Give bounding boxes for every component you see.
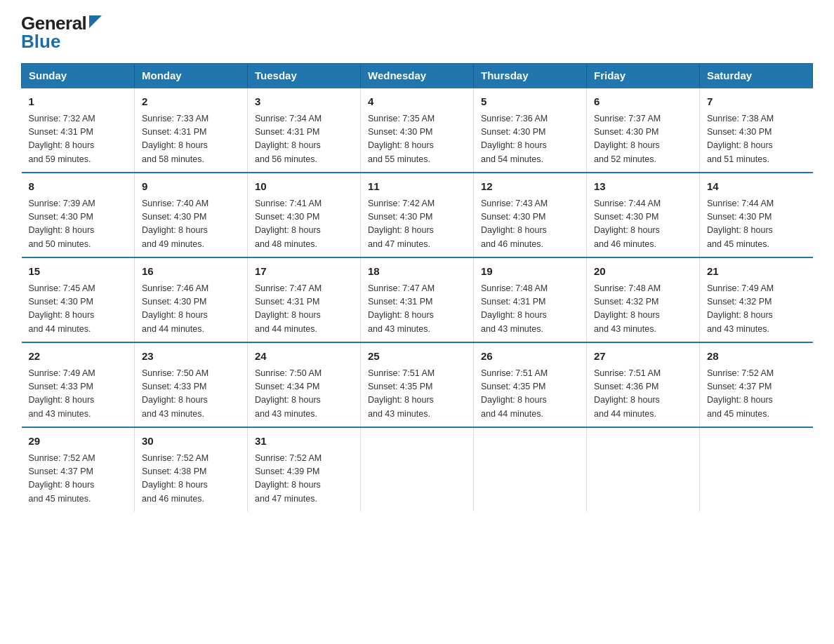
header-cell-saturday: Saturday: [700, 64, 813, 88]
logo-general-text: General: [21, 14, 86, 32]
day-number: 12: [481, 179, 579, 195]
day-number: 2: [142, 94, 240, 110]
day-info: Sunrise: 7:52 AMSunset: 4:37 PMDaylight:…: [29, 452, 128, 507]
svg-marker-0: [89, 15, 102, 28]
day-info: Sunrise: 7:51 AMSunset: 4:35 PMDaylight:…: [481, 367, 579, 422]
day-number: 26: [481, 349, 579, 365]
day-cell: 23Sunrise: 7:50 AMSunset: 4:33 PMDayligh…: [135, 342, 248, 427]
day-info: Sunrise: 7:48 AMSunset: 4:32 PMDaylight:…: [594, 282, 692, 337]
day-info: Sunrise: 7:41 AMSunset: 4:30 PMDaylight:…: [255, 197, 353, 252]
day-info: Sunrise: 7:49 AMSunset: 4:33 PMDaylight:…: [29, 367, 128, 422]
day-cell: 3Sunrise: 7:34 AMSunset: 4:31 PMDaylight…: [248, 88, 361, 173]
day-info: Sunrise: 7:38 AMSunset: 4:30 PMDaylight:…: [707, 112, 806, 167]
logo: General Blue: [21, 14, 103, 51]
week-row-3: 15Sunrise: 7:45 AMSunset: 4:30 PMDayligh…: [22, 257, 813, 342]
day-info: Sunrise: 7:44 AMSunset: 4:30 PMDaylight:…: [594, 197, 692, 252]
day-cell: [474, 427, 587, 511]
day-cell: 29Sunrise: 7:52 AMSunset: 4:37 PMDayligh…: [22, 427, 135, 511]
day-number: 5: [481, 94, 579, 110]
day-number: 15: [29, 264, 128, 280]
day-number: 8: [29, 179, 128, 195]
day-cell: 22Sunrise: 7:49 AMSunset: 4:33 PMDayligh…: [22, 342, 135, 427]
day-cell: 10Sunrise: 7:41 AMSunset: 4:30 PMDayligh…: [248, 173, 361, 257]
day-info: Sunrise: 7:52 AMSunset: 4:39 PMDaylight:…: [255, 452, 353, 507]
day-number: 28: [707, 349, 806, 365]
day-info: Sunrise: 7:45 AMSunset: 4:30 PMDaylight:…: [29, 282, 128, 337]
day-info: Sunrise: 7:46 AMSunset: 4:30 PMDaylight:…: [142, 282, 240, 337]
day-cell: 8Sunrise: 7:39 AMSunset: 4:30 PMDaylight…: [22, 173, 135, 257]
day-number: 14: [707, 179, 806, 195]
day-info: Sunrise: 7:37 AMSunset: 4:30 PMDaylight:…: [594, 112, 692, 167]
day-info: Sunrise: 7:52 AMSunset: 4:37 PMDaylight:…: [707, 367, 806, 422]
day-cell: 9Sunrise: 7:40 AMSunset: 4:30 PMDaylight…: [135, 173, 248, 257]
day-number: 24: [255, 349, 353, 365]
week-row-2: 8Sunrise: 7:39 AMSunset: 4:30 PMDaylight…: [22, 173, 813, 257]
day-cell: 30Sunrise: 7:52 AMSunset: 4:38 PMDayligh…: [135, 427, 248, 511]
day-cell: 24Sunrise: 7:50 AMSunset: 4:34 PMDayligh…: [248, 342, 361, 427]
day-info: Sunrise: 7:33 AMSunset: 4:31 PMDaylight:…: [142, 112, 240, 167]
day-cell: [700, 427, 813, 511]
day-info: Sunrise: 7:47 AMSunset: 4:31 PMDaylight:…: [255, 282, 353, 337]
day-info: Sunrise: 7:42 AMSunset: 4:30 PMDaylight:…: [368, 197, 466, 252]
day-cell: 31Sunrise: 7:52 AMSunset: 4:39 PMDayligh…: [248, 427, 361, 511]
day-number: 6: [594, 94, 692, 110]
day-cell: 19Sunrise: 7:48 AMSunset: 4:31 PMDayligh…: [474, 257, 587, 342]
page-header: General Blue: [21, 14, 813, 51]
day-cell: 7Sunrise: 7:38 AMSunset: 4:30 PMDaylight…: [700, 88, 813, 173]
day-number: 10: [255, 179, 353, 195]
day-number: 25: [368, 349, 466, 365]
day-cell: 1Sunrise: 7:32 AMSunset: 4:31 PMDaylight…: [22, 88, 135, 173]
day-cell: [587, 427, 700, 511]
day-info: Sunrise: 7:40 AMSunset: 4:30 PMDaylight:…: [142, 197, 240, 252]
day-number: 30: [142, 434, 240, 450]
day-number: 18: [368, 264, 466, 280]
week-row-4: 22Sunrise: 7:49 AMSunset: 4:33 PMDayligh…: [22, 342, 813, 427]
day-info: Sunrise: 7:51 AMSunset: 4:35 PMDaylight:…: [368, 367, 466, 422]
calendar-table: SundayMondayTuesdayWednesdayThursdayFrid…: [21, 63, 813, 511]
day-cell: 4Sunrise: 7:35 AMSunset: 4:30 PMDaylight…: [361, 88, 474, 173]
day-cell: 25Sunrise: 7:51 AMSunset: 4:35 PMDayligh…: [361, 342, 474, 427]
day-cell: 12Sunrise: 7:43 AMSunset: 4:30 PMDayligh…: [474, 173, 587, 257]
day-cell: [361, 427, 474, 511]
header-cell-sunday: Sunday: [22, 64, 135, 88]
day-cell: 28Sunrise: 7:52 AMSunset: 4:37 PMDayligh…: [700, 342, 813, 427]
logo-arrow-icon: [88, 14, 103, 29]
day-number: 31: [255, 434, 353, 450]
day-number: 3: [255, 94, 353, 110]
day-info: Sunrise: 7:50 AMSunset: 4:33 PMDaylight:…: [142, 367, 240, 422]
day-cell: 6Sunrise: 7:37 AMSunset: 4:30 PMDaylight…: [587, 88, 700, 173]
day-cell: 21Sunrise: 7:49 AMSunset: 4:32 PMDayligh…: [700, 257, 813, 342]
header-cell-wednesday: Wednesday: [361, 64, 474, 88]
day-number: 16: [142, 264, 240, 280]
day-info: Sunrise: 7:36 AMSunset: 4:30 PMDaylight:…: [481, 112, 579, 167]
calendar-body: 1Sunrise: 7:32 AMSunset: 4:31 PMDaylight…: [22, 88, 813, 511]
header-cell-tuesday: Tuesday: [248, 64, 361, 88]
day-cell: 14Sunrise: 7:44 AMSunset: 4:30 PMDayligh…: [700, 173, 813, 257]
day-info: Sunrise: 7:34 AMSunset: 4:31 PMDaylight:…: [255, 112, 353, 167]
day-number: 17: [255, 264, 353, 280]
day-number: 7: [707, 94, 806, 110]
day-cell: 18Sunrise: 7:47 AMSunset: 4:31 PMDayligh…: [361, 257, 474, 342]
header-cell-thursday: Thursday: [474, 64, 587, 88]
day-info: Sunrise: 7:35 AMSunset: 4:30 PMDaylight:…: [368, 112, 466, 167]
week-row-5: 29Sunrise: 7:52 AMSunset: 4:37 PMDayligh…: [22, 427, 813, 511]
day-info: Sunrise: 7:47 AMSunset: 4:31 PMDaylight:…: [368, 282, 466, 337]
day-cell: 20Sunrise: 7:48 AMSunset: 4:32 PMDayligh…: [587, 257, 700, 342]
day-number: 27: [594, 349, 692, 365]
header-cell-monday: Monday: [135, 64, 248, 88]
day-info: Sunrise: 7:32 AMSunset: 4:31 PMDaylight:…: [29, 112, 128, 167]
day-number: 20: [594, 264, 692, 280]
day-cell: 2Sunrise: 7:33 AMSunset: 4:31 PMDaylight…: [135, 88, 248, 173]
header-cell-friday: Friday: [587, 64, 700, 88]
day-cell: 11Sunrise: 7:42 AMSunset: 4:30 PMDayligh…: [361, 173, 474, 257]
day-number: 22: [29, 349, 128, 365]
day-info: Sunrise: 7:51 AMSunset: 4:36 PMDaylight:…: [594, 367, 692, 422]
day-info: Sunrise: 7:48 AMSunset: 4:31 PMDaylight:…: [481, 282, 579, 337]
day-number: 4: [368, 94, 466, 110]
day-number: 21: [707, 264, 806, 280]
day-info: Sunrise: 7:49 AMSunset: 4:32 PMDaylight:…: [707, 282, 806, 337]
day-number: 13: [594, 179, 692, 195]
day-number: 9: [142, 179, 240, 195]
day-number: 29: [29, 434, 128, 450]
calendar-header: SundayMondayTuesdayWednesdayThursdayFrid…: [22, 64, 813, 88]
